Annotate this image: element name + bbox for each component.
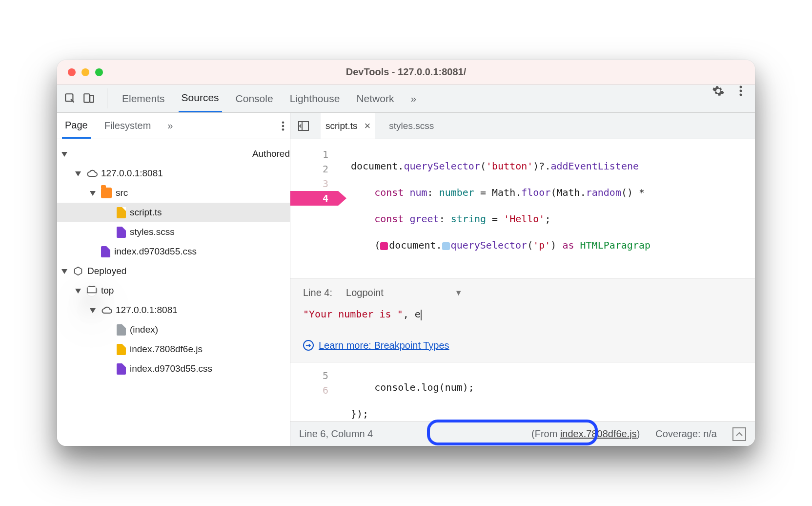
file-icon (101, 246, 110, 257)
line-gutter[interactable]: 1 2 3 4 (290, 139, 338, 276)
svg-point-6 (282, 121, 284, 124)
tree-label: index.d9703d55.css (130, 363, 212, 374)
breakpoint-type-value: Logpoint (346, 287, 384, 298)
tree-label: styles.scss (130, 227, 175, 237)
tab-console[interactable]: Console (233, 84, 276, 112)
learn-more-link[interactable]: Learn more: Breakpoint Types (319, 340, 449, 351)
editor-pane: script.ts × styles.scss 1 2 3 4 document… (290, 113, 755, 446)
editor-tabs: script.ts × styles.scss (290, 113, 755, 139)
tree-label: 127.0.0.1:8081 (116, 305, 178, 316)
tree-file-script-ts[interactable]: script.ts (57, 203, 290, 222)
line-number[interactable]: 3 (290, 176, 328, 191)
coverage-info: Coverage: n/a (655, 428, 717, 440)
disclosure-triangle-icon[interactable] (90, 307, 97, 314)
tree-label: (index) (130, 324, 158, 335)
tree-file-index-css[interactable]: index.d9703d55.css (57, 242, 290, 261)
navigator-sidebar: Page Filesystem » Authored (57, 113, 290, 446)
cloud-icon (101, 305, 112, 316)
file-icon (117, 363, 126, 375)
status-bar: Line 6, Column 4 (From index.7808df6e.js… (290, 422, 755, 446)
tree-label: src (116, 188, 128, 198)
tree-label: index.d9703d55.css (114, 246, 197, 257)
frame-icon (86, 285, 97, 296)
svg-rect-1 (84, 94, 89, 102)
tab-sources[interactable]: Sources (179, 84, 222, 112)
drawer-toggle-icon[interactable] (732, 427, 746, 441)
titlebar: DevTools - 127.0.0.1:8081/ (57, 60, 755, 84)
breakpoint-badge-icon (380, 242, 388, 250)
navigator-toggle-icon[interactable] (295, 113, 312, 139)
toolbar-divider (107, 88, 107, 108)
disclosure-triangle-icon[interactable] (76, 170, 82, 177)
disclosure-triangle-icon[interactable] (62, 268, 69, 274)
tree-label: Authored (252, 148, 290, 159)
sidebar-tab-page[interactable]: Page (62, 113, 91, 139)
tree-label: 127.0.0.1:8081 (101, 168, 163, 179)
tree-folder-src[interactable]: src (57, 183, 290, 203)
tab-lighthouse[interactable]: Lighthouse (287, 84, 343, 112)
inspect-icon[interactable] (64, 92, 77, 105)
editor-tab-script-ts[interactable]: script.ts × (321, 113, 375, 139)
tree-file-index-css-deployed[interactable]: index.d9703d55.css (57, 359, 290, 379)
main-toolbar: Elements Sources Console Lighthouse Netw… (57, 84, 755, 113)
folder-icon (101, 188, 112, 198)
tree-label: top (101, 285, 114, 296)
tab-elements[interactable]: Elements (119, 84, 168, 112)
arrow-circle-icon: ➔ (303, 340, 314, 351)
tab-network[interactable]: Network (353, 84, 397, 112)
logpoint-expression-input[interactable]: "Your number is ", e (303, 308, 742, 320)
tree-label: Deployed (87, 266, 126, 276)
cursor-position: Line 6, Column 4 (299, 428, 373, 440)
gear-icon[interactable] (711, 84, 726, 97)
device-toggle-icon[interactable] (82, 92, 95, 105)
tree-file-index-js[interactable]: index.7808df6e.js (57, 339, 290, 359)
minimize-window-icon[interactable] (81, 68, 89, 76)
line-number[interactable]: 1 (290, 147, 328, 162)
tree-group-deployed[interactable]: Deployed (57, 261, 290, 281)
tree-frame-top[interactable]: top (57, 281, 290, 300)
svg-rect-2 (90, 95, 94, 102)
source-map-from: (From index.7808df6e.js) (531, 428, 640, 440)
breakpoint-type-select[interactable]: Logpoint ▼ (346, 287, 463, 298)
tree-group-authored[interactable]: Authored (57, 144, 290, 164)
svg-point-7 (282, 125, 284, 127)
svg-rect-9 (87, 287, 96, 293)
editor-tab-styles-scss[interactable]: styles.scss (384, 113, 439, 139)
line-number[interactable]: 5 (290, 368, 328, 383)
breakpoint-badge-icon (442, 242, 450, 250)
tree-label: script.ts (130, 207, 162, 218)
svg-point-3 (740, 86, 742, 88)
sidebar-tab-filesystem[interactable]: Filesystem (102, 113, 154, 139)
close-icon[interactable]: × (364, 120, 370, 132)
tree-label: index.7808df6e.js (130, 344, 203, 355)
tab-overflow[interactable]: » (407, 84, 419, 112)
tree-host[interactable]: 127.0.0.1:8081 (57, 164, 290, 183)
file-icon (117, 344, 126, 355)
logpoint-marker[interactable]: 4 (290, 191, 338, 206)
tree-file-index[interactable]: (index) (57, 320, 290, 339)
disclosure-triangle-icon[interactable] (90, 190, 97, 196)
sidebar-tabs: Page Filesystem » (57, 113, 290, 139)
window-title: DevTools - 127.0.0.1:8081/ (346, 66, 466, 78)
tree-host-deployed[interactable]: 127.0.0.1:8081 (57, 300, 290, 320)
close-window-icon[interactable] (68, 68, 76, 76)
devtools-window: DevTools - 127.0.0.1:8081/ Elements Sour… (57, 60, 755, 446)
sidebar-kebab-icon[interactable] (276, 113, 290, 139)
code-editor[interactable]: document.querySelector('button')?.addEve… (338, 139, 755, 276)
disclosure-triangle-icon[interactable] (62, 150, 69, 157)
svg-point-5 (740, 94, 742, 96)
disclosure-triangle-icon[interactable] (76, 287, 82, 294)
zoom-window-icon[interactable] (95, 68, 103, 76)
tree-file-styles-scss[interactable]: styles.scss (57, 222, 290, 242)
file-icon (117, 324, 126, 336)
svg-point-4 (740, 90, 742, 92)
traffic-lights (68, 68, 103, 76)
file-icon (117, 227, 126, 238)
kebab-menu-icon[interactable] (736, 84, 745, 97)
file-icon (117, 207, 126, 218)
line-number[interactable]: 6 (290, 383, 328, 398)
line-number[interactable]: 2 (290, 162, 328, 176)
sidebar-tab-overflow[interactable]: » (164, 113, 176, 139)
code-icon (73, 148, 248, 159)
source-map-link[interactable]: index.7808df6e.js (560, 428, 637, 439)
